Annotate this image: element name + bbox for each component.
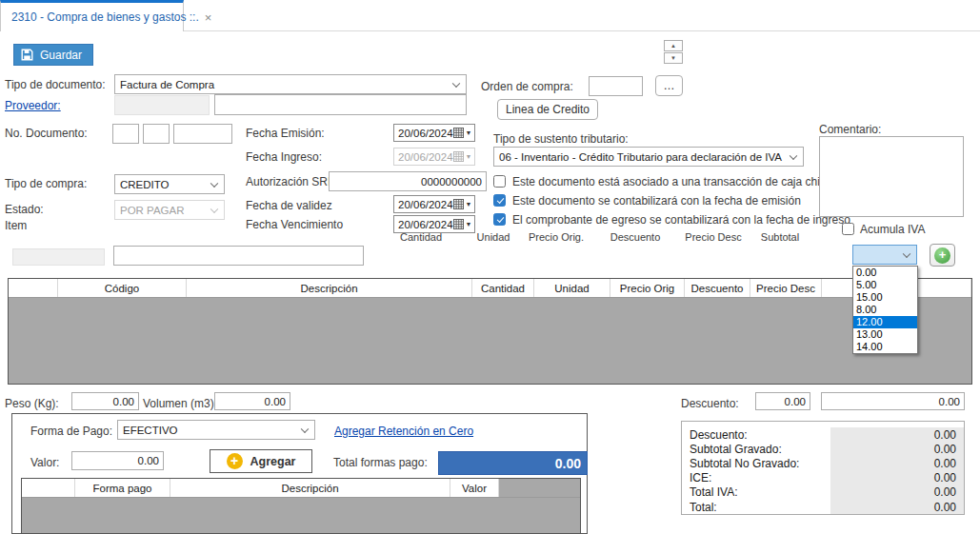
- agregar-payment-button[interactable]: + Agregar: [210, 449, 312, 473]
- entry-col-unidad-label: Unidad: [477, 231, 510, 243]
- plus-circle-icon: +: [934, 247, 950, 264]
- checkbox-fecha-ingreso-label: El comprobante de egreso se contabilizar…: [512, 213, 850, 227]
- checkbox-fecha-ingreso[interactable]: [493, 213, 506, 226]
- items-col-descripcion: Descripción: [187, 279, 472, 297]
- iva-option-5[interactable]: 5.00: [853, 279, 917, 291]
- retencion-cero-link[interactable]: Agregar Retención en Cero: [334, 425, 473, 438]
- volumen-input[interactable]: [214, 392, 290, 410]
- valor-label: Valor:: [30, 456, 59, 469]
- items-col-unidad: Unidad: [534, 279, 610, 297]
- comentario-label: Comentario:: [819, 123, 881, 136]
- iva-option-15[interactable]: 15.00: [853, 291, 917, 304]
- item-description-input[interactable]: [113, 246, 364, 266]
- chevron-down-icon: [301, 425, 309, 432]
- no-documento-input-2[interactable]: [143, 124, 170, 144]
- totals-label: Total IVA:: [682, 485, 830, 499]
- checkbox-fecha-emision[interactable]: [493, 194, 506, 207]
- payments-col-forma-pago: Forma pago: [75, 479, 170, 497]
- iva-option-12-selected[interactable]: 12.00: [853, 316, 917, 328]
- iva-dropdown-list[interactable]: 0.00 5.00 15.00 8.00 12.00 13.00 14.00: [852, 266, 918, 354]
- chevron-down-icon: [790, 151, 797, 159]
- items-table[interactable]: Código Descripción Cantidad Unidad Preci…: [8, 278, 972, 385]
- tab-compra-bienes[interactable]: 2310 - Compra de bienes y gastos ::. ×: [0, 0, 184, 31]
- no-documento-input-3[interactable]: [173, 124, 232, 144]
- checkbox-acumula-iva[interactable]: [842, 223, 854, 235]
- tipo-documento-label: Tipo de documento:: [5, 78, 106, 91]
- fecha-validez-picker[interactable]: 20/06/2024 ▼: [393, 195, 475, 213]
- spinner-down-button[interactable]: ▼: [664, 52, 683, 64]
- orden-compra-browse-button[interactable]: …: [655, 75, 683, 96]
- fecha-validez-label: Fecha de validez: [246, 199, 332, 212]
- agregar-button-label: Agregar: [250, 455, 296, 468]
- iva-option-8[interactable]: 8.00: [853, 304, 917, 316]
- totals-label: Total:: [682, 501, 830, 514]
- save-button[interactable]: Guardar: [13, 44, 93, 66]
- totals-row-descuento: Descuento: 0.00: [682, 427, 964, 442]
- proveedor-code-input: [114, 95, 210, 115]
- checkbox-caja-chica[interactable]: [493, 175, 506, 188]
- spinner-up-button[interactable]: ▲: [664, 40, 683, 51]
- totals-row-total-iva: Total IVA: 0.00: [682, 485, 964, 500]
- descuento-valor-input[interactable]: [821, 392, 965, 410]
- proveedor-link[interactable]: Proveedor:: [5, 99, 61, 112]
- add-item-button[interactable]: +: [930, 244, 955, 267]
- totals-value: 0.00: [830, 500, 964, 514]
- fecha-ingreso-label: Fecha Ingreso:: [246, 150, 322, 164]
- items-col-descuento: Descuento: [685, 279, 750, 297]
- calendar-icon: [453, 219, 464, 229]
- totals-value: 0.00: [830, 471, 964, 485]
- tab-close-icon[interactable]: ×: [205, 11, 212, 24]
- dropdown-arrow-icon: ▼: [466, 221, 472, 227]
- autorizacion-sri-input[interactable]: [329, 171, 487, 191]
- items-col-cantidad: Cantidad: [472, 279, 534, 297]
- tipo-documento-select[interactable]: Factura de Compra: [114, 74, 467, 94]
- totals-label: ICE:: [682, 471, 830, 485]
- totals-value: 0.00: [830, 456, 964, 470]
- totals-row-subtotal-no-gravado: Subtotal No Gravado: 0.00: [682, 456, 964, 470]
- linea-credito-button[interactable]: Linea de Credito: [497, 99, 598, 120]
- fecha-vencimiento-value: 20/06/2024: [398, 219, 453, 230]
- iva-option-13[interactable]: 13.00: [853, 328, 917, 341]
- items-col-selector: [9, 279, 58, 297]
- sustento-select[interactable]: 06 - Inventario - Crédito Tributario par…: [493, 147, 804, 167]
- fecha-vencimiento-label: Fecha Vencimiento: [246, 218, 343, 231]
- fecha-validez-value: 20/06/2024: [398, 199, 453, 210]
- totals-row-total: Total: 0.00: [682, 500, 964, 514]
- peso-input[interactable]: [71, 392, 139, 410]
- proveedor-name-input[interactable]: [214, 94, 467, 115]
- entry-col-cantidad-label: Cantidad: [400, 231, 442, 243]
- valor-input[interactable]: [71, 451, 164, 470]
- iva-option-0[interactable]: 0.00: [853, 267, 917, 279]
- item-label: Item: [5, 219, 27, 232]
- arrow-down-icon: ▼: [670, 55, 676, 61]
- iva-percent-select[interactable]: [852, 245, 917, 265]
- totals-label: Subtotal Gravado:: [682, 443, 830, 456]
- items-col-precio-desc: Precio Desc: [750, 279, 822, 297]
- payments-table[interactable]: Forma pago Descripción Valor: [21, 478, 581, 534]
- iva-option-14[interactable]: 14.00: [853, 341, 917, 353]
- orden-compra-input[interactable]: [589, 76, 643, 96]
- item-code-input: [12, 248, 105, 266]
- tipo-compra-value: CREDITO: [120, 179, 170, 190]
- fecha-emision-picker[interactable]: 20/06/2024 ▼: [393, 124, 475, 142]
- volumen-label: Volumen (m3):: [143, 397, 217, 410]
- totals-row-ice: ICE: 0.00: [682, 471, 964, 485]
- items-col-codigo: Código: [58, 279, 187, 297]
- descuento-label: Descuento:: [681, 397, 739, 410]
- fecha-ingreso-value: 20/06/2024: [398, 151, 453, 163]
- descuento-percent-input[interactable]: [755, 392, 810, 410]
- comentario-textarea[interactable]: [819, 136, 964, 217]
- acumula-iva-label: Acumula IVA: [860, 223, 925, 236]
- plus-circle-icon: +: [227, 453, 243, 469]
- tipo-compra-select[interactable]: CREDITO: [114, 174, 225, 194]
- total-formas-pago-label: Total formas pago:: [333, 456, 428, 469]
- entry-col-subtotal-label: Subtotal: [761, 231, 799, 243]
- chevron-down-icon: [903, 249, 910, 257]
- no-documento-input-1[interactable]: [112, 124, 139, 144]
- forma-pago-select[interactable]: EFECTIVO: [117, 420, 315, 440]
- checkbox-fecha-emision-label: Este documento se contabilizará con la f…: [512, 194, 801, 208]
- sustento-value: 06 - Inventario - Crédito Tributario par…: [499, 151, 782, 163]
- chevron-down-icon: [452, 79, 460, 87]
- orden-compra-label: Orden de compra:: [481, 80, 573, 93]
- payments-col-descripcion: Descripción: [170, 479, 450, 497]
